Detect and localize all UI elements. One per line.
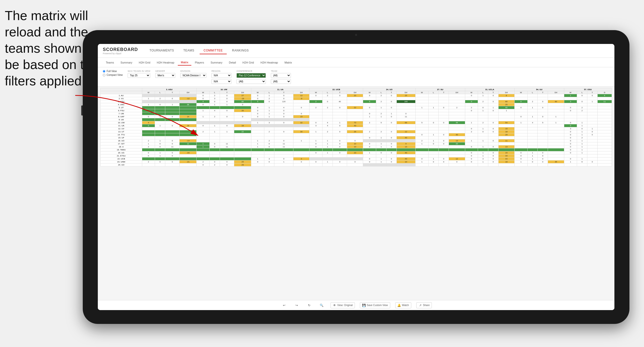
redo-button[interactable]: ↪ bbox=[293, 303, 300, 308]
cell bbox=[439, 124, 449, 127]
conference-select[interactable]: Pac-12 Conference (All) bbox=[236, 73, 266, 78]
subnav-h2h-grid2[interactable]: H2H Grid bbox=[239, 60, 257, 65]
cell bbox=[165, 136, 180, 139]
cell: 4 bbox=[323, 124, 333, 127]
cell bbox=[538, 103, 548, 106]
cell: 2 bbox=[309, 100, 323, 103]
cell bbox=[488, 124, 498, 127]
nav-tournaments[interactable]: TOURNAMENTS bbox=[145, 47, 178, 54]
region-select2[interactable]: N/A bbox=[211, 79, 231, 84]
subnav-detail[interactable]: Detail bbox=[226, 60, 239, 65]
full-view-radio[interactable]: Full View bbox=[103, 70, 123, 73]
cell bbox=[548, 106, 564, 109]
cell bbox=[210, 133, 220, 136]
cell bbox=[416, 163, 429, 166]
subnav-players[interactable]: Players bbox=[192, 60, 207, 65]
max-teams-select[interactable]: Top 25 Top 50 bbox=[128, 73, 150, 78]
cell: 0 bbox=[251, 112, 264, 115]
cell: 15 bbox=[498, 151, 514, 154]
cell: 0 bbox=[465, 100, 478, 103]
conference-select2[interactable]: (All) bbox=[236, 79, 266, 84]
cell bbox=[210, 106, 220, 109]
subnav-matrix[interactable]: Matrix bbox=[178, 60, 191, 66]
nav-committee[interactable]: COMMITTEE bbox=[200, 47, 227, 54]
subnav-h2h-heatmap2[interactable]: H2H Heatmap bbox=[258, 60, 281, 65]
subnav-h2h-heatmap[interactable]: H2H Heatmap bbox=[154, 60, 177, 65]
nav-rankings[interactable]: RANKINGS bbox=[228, 47, 253, 54]
zoom-out-button[interactable]: 🔍 bbox=[318, 303, 326, 308]
cell bbox=[251, 130, 264, 133]
logo-subtitle: Powered by clippd bbox=[103, 52, 138, 55]
cell: 1 bbox=[478, 109, 488, 112]
cell bbox=[465, 163, 478, 166]
redo-icon: ↪ bbox=[295, 304, 298, 307]
cell: 2 bbox=[376, 100, 386, 103]
compact-view-input[interactable] bbox=[103, 74, 105, 76]
share-button[interactable]: ↗ Share bbox=[416, 302, 432, 308]
watch-button[interactable]: 🔔 Watch bbox=[395, 302, 411, 308]
cell: 1 bbox=[577, 145, 587, 148]
nav-teams[interactable]: TEAMS bbox=[179, 47, 198, 54]
undo-button[interactable]: ↩ bbox=[280, 303, 288, 308]
cell bbox=[449, 154, 465, 157]
cell: 1 bbox=[527, 157, 538, 160]
cell bbox=[396, 97, 416, 100]
cell bbox=[577, 154, 587, 157]
gender-select[interactable]: Men's Women's bbox=[155, 73, 175, 78]
cell bbox=[142, 130, 155, 133]
subnav-summary2[interactable]: Summary bbox=[208, 60, 225, 65]
save-custom-button[interactable]: 💾 Save Custom View bbox=[360, 302, 390, 308]
cell bbox=[234, 157, 251, 160]
matrix-container[interactable]: 3. ASU 10. UW 11. UA 22. UCB 24. UO 27. … bbox=[98, 87, 614, 300]
cell: 1 bbox=[142, 103, 155, 106]
subnav-teams[interactable]: Teams bbox=[103, 60, 117, 65]
full-view-input[interactable] bbox=[103, 70, 105, 73]
cell: 32 bbox=[293, 121, 309, 124]
wl-ucla-l: L bbox=[478, 91, 488, 94]
cell bbox=[220, 136, 234, 139]
cell bbox=[197, 136, 210, 139]
cell: 0 bbox=[538, 115, 548, 118]
cell: 12 bbox=[293, 94, 309, 97]
cell bbox=[577, 103, 587, 106]
division-select[interactable]: NCAA Division I NCAA Division II bbox=[180, 73, 206, 78]
team-select[interactable]: (All) bbox=[271, 73, 291, 78]
cell: 1 bbox=[527, 154, 538, 157]
wl-uu-l: L bbox=[527, 91, 538, 94]
cell: 2 bbox=[323, 130, 333, 133]
compact-view-radio[interactable]: Compact View bbox=[103, 74, 123, 76]
cell: 0 bbox=[347, 160, 363, 163]
sub-nav: Teams Summary H2H Grid H2H Heatmap Matri… bbox=[98, 58, 614, 67]
cell bbox=[548, 136, 564, 139]
team-select2[interactable]: (All) bbox=[271, 79, 291, 84]
wl-ucla-d: Dif bbox=[498, 91, 514, 94]
nav-links: TOURNAMENTS TEAMS COMMITTEE RANKINGS bbox=[145, 47, 253, 54]
cell bbox=[363, 127, 376, 130]
cell: 2 bbox=[416, 139, 429, 142]
wl-ua-d: Dif bbox=[293, 91, 309, 94]
cell: 1 bbox=[577, 121, 587, 124]
cell bbox=[396, 148, 416, 151]
cell bbox=[234, 118, 251, 121]
subnav-matrix2[interactable]: Matrix bbox=[281, 60, 295, 65]
region-select[interactable]: N/A bbox=[211, 73, 231, 78]
table-row: 15. UF 01040 02 bbox=[101, 136, 612, 139]
cell: 0 bbox=[293, 112, 309, 115]
refresh-button[interactable]: ↻ bbox=[305, 303, 313, 308]
cell: 0 bbox=[333, 130, 347, 133]
row-label-u18: 18. U bbox=[101, 145, 142, 148]
wl-uu-t: T bbox=[538, 91, 548, 94]
subnav-summary[interactable]: Summary bbox=[117, 60, 135, 65]
cell bbox=[347, 148, 363, 151]
cell bbox=[597, 103, 612, 106]
cell: 1 bbox=[274, 160, 293, 163]
view-original-button[interactable]: 👁 View: Original bbox=[331, 302, 355, 308]
cell bbox=[428, 115, 439, 118]
subnav-h2h-grid[interactable]: H2H Grid bbox=[136, 60, 153, 65]
cell bbox=[220, 106, 234, 109]
cell bbox=[416, 151, 429, 154]
cell bbox=[416, 148, 429, 151]
cell: 1 bbox=[478, 139, 488, 142]
cell: 3 bbox=[564, 127, 577, 130]
cell: 3 bbox=[264, 121, 274, 124]
